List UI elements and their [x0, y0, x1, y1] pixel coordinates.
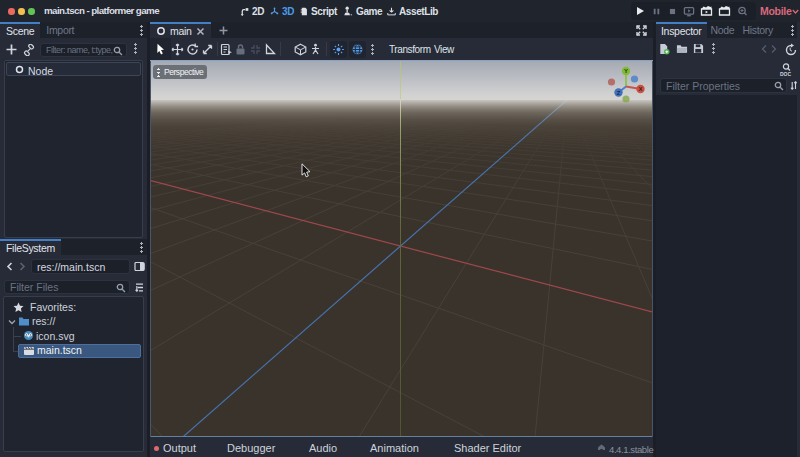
- svg-text:DOC: DOC: [780, 71, 792, 77]
